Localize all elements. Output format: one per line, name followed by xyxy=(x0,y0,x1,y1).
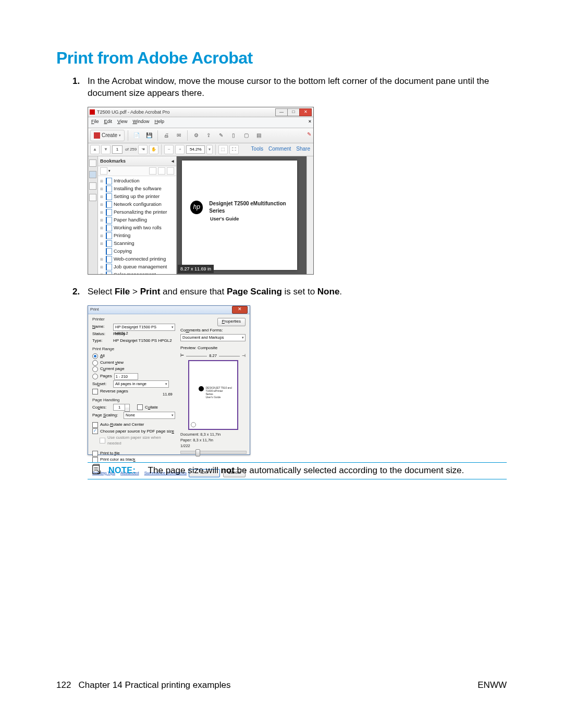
type-value: HP Designjet T1500 PS HPGL2 xyxy=(113,338,172,344)
hand-tool-icon[interactable]: ☚ xyxy=(138,145,148,154)
menu-window[interactable]: Window xyxy=(132,118,149,127)
bookmark-item[interactable]: ⊞Working with two rolls xyxy=(98,224,176,232)
page-up-icon[interactable]: ▲ xyxy=(90,145,100,154)
bookmark-item[interactable]: ⊞Printing xyxy=(98,232,176,240)
note-box: NOTE: The page size will not be automati… xyxy=(88,462,507,479)
create-pdf-icon xyxy=(94,132,100,139)
bookmark-item[interactable]: ⊞Web-connected printing xyxy=(98,255,176,263)
new-bookmark-icon[interactable] xyxy=(149,167,156,175)
page-footer: 122 Chapter 14 Practical printing exampl… xyxy=(56,680,507,692)
custom-paper-label: Use custom paper size when needed xyxy=(107,435,175,447)
export-icon[interactable]: ⇪ xyxy=(203,130,214,141)
page-scaling-select[interactable]: None xyxy=(124,412,175,419)
close-button[interactable]: ✕ xyxy=(299,108,312,116)
bookmark-item[interactable]: Copying xyxy=(98,248,176,255)
multimedia-icon[interactable]: ▤ xyxy=(253,130,264,141)
document-pane[interactable]: hp Designjet T2500 eMultifunction Series… xyxy=(177,156,307,274)
scaling-label: Page Scaling: xyxy=(92,413,121,418)
autorotate-checkbox[interactable] xyxy=(92,422,98,428)
page-total: of 259 xyxy=(125,147,137,153)
bookmark-item[interactable]: ⊞Paper handling xyxy=(98,216,176,224)
pages-label: Pages xyxy=(100,374,112,379)
create-button[interactable]: Create ▾ xyxy=(90,130,125,141)
collate-label: Collate xyxy=(145,405,158,411)
share-link[interactable]: Share xyxy=(296,145,310,153)
print-icon[interactable]: 🖨 xyxy=(161,130,172,141)
step-1: In the Acrobat window, move the mouse cu… xyxy=(82,76,507,275)
radio-current-page[interactable] xyxy=(92,366,98,372)
all-label: All xyxy=(100,353,105,359)
comment-link[interactable]: Comment xyxy=(268,145,291,153)
scrollbar[interactable] xyxy=(307,156,313,274)
form-icon[interactable]: ▢ xyxy=(241,130,251,141)
document-close-icon[interactable]: × xyxy=(309,118,311,125)
comments-label: Comments and Forms: xyxy=(180,328,246,334)
tools-link[interactable]: Tools xyxy=(251,145,263,153)
bookmark-item[interactable]: ⊞Personalizing the printer xyxy=(98,208,176,216)
radio-pages[interactable] xyxy=(92,374,98,379)
comments-select[interactable]: Document and Markups xyxy=(180,334,246,341)
bookmark-item[interactable]: ⊞Network configuration xyxy=(98,201,176,208)
edit-icon[interactable]: ✎ xyxy=(216,130,226,141)
subset-select[interactable]: All pages in range xyxy=(113,380,169,388)
customize-icon[interactable]: ✎ xyxy=(307,131,311,138)
email-icon[interactable]: ✉ xyxy=(174,130,184,141)
fit-width-icon[interactable]: ⬚ xyxy=(218,145,228,154)
page-number-input[interactable]: 1 xyxy=(112,145,123,154)
menu-view[interactable]: View xyxy=(117,118,127,127)
preview-label: Preview: Composite xyxy=(180,346,246,351)
preview-slider[interactable] xyxy=(180,451,247,454)
save-icon[interactable]: 💾 xyxy=(144,130,154,141)
find-bookmark-icon[interactable] xyxy=(158,167,165,175)
maximize-button[interactable]: □ xyxy=(287,108,300,116)
properties-button[interactable]: Properties xyxy=(217,318,246,326)
printer-name-select[interactable]: HP Designjet T1500 PS HPGL2 xyxy=(113,324,175,331)
minimize-button[interactable]: — xyxy=(275,108,288,116)
options-icon[interactable] xyxy=(100,167,107,175)
choose-paper-checkbox[interactable]: ✓ xyxy=(92,428,98,434)
delete-bookmark-icon[interactable] xyxy=(167,167,174,175)
bookmarks-icon[interactable] xyxy=(89,171,96,178)
select-tool-icon[interactable]: ✋ xyxy=(149,145,158,154)
acrobat-window: T2500 UG.pdf - Adobe Acrobat Pro — □ ✕ F… xyxy=(88,107,314,275)
gear-icon[interactable]: ⚙ xyxy=(191,130,201,141)
panel-collapse-icon[interactable]: ◂ xyxy=(172,158,174,164)
preview-height: 11.69 xyxy=(163,392,173,397)
menu-file[interactable]: File xyxy=(91,118,99,127)
bookmark-item[interactable]: ⊞Color management xyxy=(98,271,176,274)
bookmark-item[interactable]: ⊞Introduction xyxy=(98,177,176,185)
handling-group-label: Page Handling xyxy=(92,398,175,403)
bookmark-item[interactable]: ⊞Setting up the printer xyxy=(98,193,176,201)
note-text-post: be automatically selected according to t… xyxy=(235,465,464,475)
print-to-file-checkbox[interactable] xyxy=(92,451,98,456)
attachments-icon[interactable] xyxy=(89,182,96,190)
document-subtitle: User's Guide xyxy=(210,216,239,222)
signatures-icon[interactable] xyxy=(89,194,96,201)
collate-checkbox[interactable] xyxy=(137,404,143,410)
pages-input[interactable]: 1 - 210 xyxy=(114,373,138,380)
range-group-label: Print Range xyxy=(92,347,175,352)
bookmark-item[interactable]: ⊞Scanning xyxy=(98,240,176,248)
zoom-level[interactable]: 54.2% xyxy=(186,145,205,154)
menu-edit[interactable]: Edit xyxy=(104,118,113,127)
reverse-checkbox[interactable] xyxy=(92,389,98,394)
zoom-in-icon[interactable]: + xyxy=(175,145,185,154)
radio-all[interactable] xyxy=(92,353,98,359)
zoom-out-icon[interactable]: − xyxy=(164,145,174,154)
zoom-dropdown-icon[interactable]: ▾ xyxy=(206,145,213,154)
bookmark-item[interactable]: ⊞Installing the software xyxy=(98,185,176,193)
open-icon[interactable]: 📄 xyxy=(131,130,142,141)
dialog-close-button[interactable]: ✕ xyxy=(232,306,248,314)
bookmark-item[interactable]: ⊞Job queue management xyxy=(98,263,176,271)
thumbnails-icon[interactable] xyxy=(89,159,96,167)
note-icon xyxy=(91,464,102,475)
radio-current-view[interactable] xyxy=(92,360,98,366)
page-size-badge: 8.27 x 11.69 in xyxy=(178,265,214,273)
fit-page-icon[interactable]: ⛶ xyxy=(229,145,239,154)
step-2-text: Select File > Print and ensure that Page… xyxy=(88,287,342,297)
reverse-label: Reverse pages xyxy=(100,389,128,394)
menu-help[interactable]: Help xyxy=(154,118,164,127)
page-icon[interactable]: ▯ xyxy=(228,130,239,141)
copies-spinner[interactable]: 1 xyxy=(113,404,126,411)
page-down-icon[interactable]: ▼ xyxy=(101,145,111,154)
